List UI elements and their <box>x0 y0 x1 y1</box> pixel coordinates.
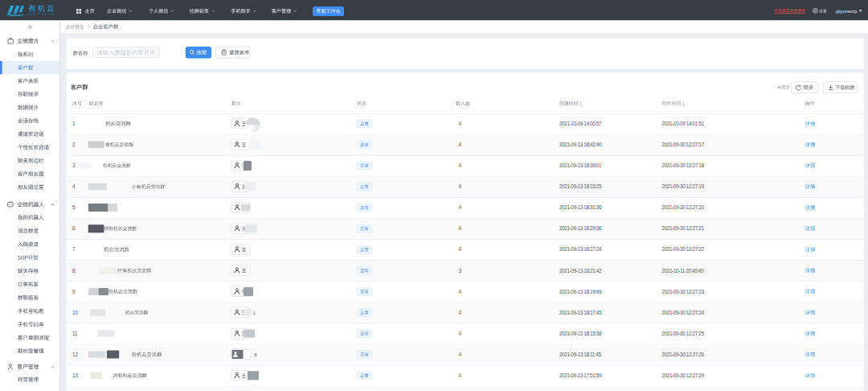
svg-text:3: 3 <box>459 268 462 274</box>
svg-text:4: 4 <box>459 289 462 294</box>
svg-text:2021-09-13 18:17:45: 2021-09-13 18:17:45 <box>559 310 602 315</box>
svg-text:4: 4 <box>459 183 462 189</box>
svg-text:2021-09-13 18:19:49: 2021-09-13 18:19:49 <box>559 289 602 294</box>
svg-text:4: 4 <box>459 204 462 210</box>
svg-text:1: 1 <box>72 121 76 126</box>
svg-text:2021-09-30 12:27:19: 2021-09-30 12:27:19 <box>661 183 704 189</box>
svg-text:4: 4 <box>459 352 462 357</box>
svg-text:2021-09-30 12:27:26: 2021-09-30 12:27:26 <box>661 352 704 357</box>
svg-text:4: 4 <box>459 246 462 252</box>
svg-text:4: 4 <box>459 331 462 336</box>
svg-text:2021-10-09 14:00:57: 2021-10-09 14:00:57 <box>559 121 602 126</box>
svg-text:2021-09-30 12:27:24: 2021-09-30 12:27:24 <box>661 310 704 315</box>
svg-text:2021-09-30 12:27:25: 2021-09-30 12:27:25 <box>661 331 704 336</box>
svg-text:4: 4 <box>459 310 462 315</box>
svg-text:4: 4 <box>459 225 462 231</box>
svg-text:7: 7 <box>72 246 76 252</box>
svg-text:4: 4 <box>459 121 462 126</box>
svg-text:6: 6 <box>72 225 76 231</box>
svg-text:2021-10-09 14:01:51: 2021-10-09 14:01:51 <box>661 121 704 126</box>
svg-text:2: 2 <box>72 142 76 147</box>
svg-text:2021-09-13 18:39:01: 2021-09-13 18:39:01 <box>559 163 602 168</box>
svg-text:2021-09-13 18:11:45: 2021-09-13 18:11:45 <box>559 352 602 357</box>
svg-text:4: 4 <box>459 163 462 168</box>
svg-text:2021-09-13 18:31:36: 2021-09-13 18:31:36 <box>559 204 602 210</box>
svg-text:4: 4 <box>459 142 462 147</box>
svg-text:2021-09-30 12:27:29: 2021-09-30 12:27:29 <box>661 372 704 378</box>
svg-text:2021-09-30 12:27:18: 2021-09-30 12:27:18 <box>661 163 704 168</box>
svg-text:2021-09-30 12:27:23: 2021-09-30 12:27:23 <box>661 289 704 294</box>
svg-text:11: 11 <box>72 331 78 336</box>
svg-text:12: 12 <box>72 352 79 357</box>
svg-text:2021-09-30 12:27:17: 2021-09-30 12:27:17 <box>661 142 704 147</box>
svg-text:2021-09-13 18:33:25: 2021-09-13 18:33:25 <box>559 183 602 189</box>
svg-text:10: 10 <box>72 310 79 315</box>
svg-text:2021-09-13 18:15:38: 2021-09-13 18:15:38 <box>559 331 602 336</box>
svg-text:5: 5 <box>72 204 76 210</box>
svg-text:9: 9 <box>72 289 76 294</box>
svg-text:4: 4 <box>459 372 462 378</box>
svg-text:2021-09-13 18:29:36: 2021-09-13 18:29:36 <box>559 225 602 231</box>
svg-text:2021-09-13 18:21:42: 2021-09-13 18:21:42 <box>559 268 602 274</box>
svg-text:2021-09-13 18:27:24: 2021-09-13 18:27:24 <box>559 246 602 252</box>
svg-text:2021-09-13 18:42:40: 2021-09-13 18:42:40 <box>559 142 602 147</box>
svg-text:2021-09-30 12:27:22: 2021-09-30 12:27:22 <box>661 246 704 252</box>
svg-text:4: 4 <box>72 183 76 189</box>
svg-text:2021-09-30 12:27:20: 2021-09-30 12:27:20 <box>661 204 704 210</box>
svg-text:2021-10-11 20:49:49: 2021-10-11 20:49:49 <box>661 268 704 274</box>
svg-text:- ROBOT CLOUD -: - ROBOT CLOUD - <box>25 13 58 16</box>
svg-text:8: 8 <box>72 268 76 274</box>
svg-text:yjiyunwzp: yjiyunwzp <box>836 8 858 14</box>
svg-text:8: 8 <box>255 352 257 357</box>
svg-text:13: 13 <box>72 372 79 378</box>
svg-text:1: 1 <box>253 311 256 315</box>
svg-text:3: 3 <box>72 163 76 168</box>
svg-text:2021-09-30 12:27:21: 2021-09-30 12:27:21 <box>661 225 704 231</box>
svg-text:2021-09-13 17:51:59: 2021-09-13 17:51:59 <box>559 372 602 378</box>
